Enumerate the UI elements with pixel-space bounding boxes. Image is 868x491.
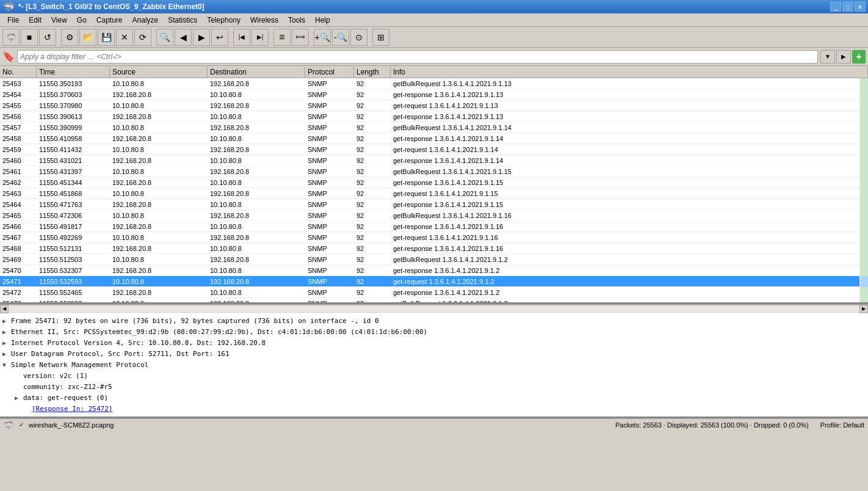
cell-len: 92 <box>354 91 391 98</box>
packet-row[interactable]: 2546911550.51250310.10.80.8192.168.20.8S… <box>0 254 868 265</box>
filter-dropdown-btn[interactable]: ▼ <box>820 50 835 64</box>
cell-time: 11550.451868 <box>37 190 110 197</box>
menu-item-edit[interactable]: Edit <box>24 15 46 26</box>
detail-ip-row[interactable]: ▶ Internet Protocol Version 4, Src: 10.1… <box>2 337 866 348</box>
horiz-scroll-right[interactable]: ▶ <box>859 305 868 313</box>
packet-row[interactable]: 2545711550.39099910.10.80.8192.168.20.8S… <box>0 122 868 133</box>
cell-dest: 10.10.80.8 <box>208 223 305 230</box>
detail-ethernet-row[interactable]: ▶ Ethernet II, Src: PCSSystemtec_99:d2:9… <box>2 326 866 337</box>
col-header-source[interactable]: Source <box>110 67 208 78</box>
filter-add-btn[interactable]: + <box>852 50 866 64</box>
cell-dest: 192.168.20.8 <box>208 190 305 197</box>
packet-row[interactable]: 2545611550.390613192.168.20.810.10.80.8S… <box>0 111 868 122</box>
close-button[interactable]: ✕ <box>855 2 866 12</box>
col-header-len[interactable]: Length <box>354 67 391 78</box>
col-header-info[interactable]: Info <box>391 67 868 78</box>
col-header-dest[interactable]: Destination <box>208 67 305 78</box>
toolbar-zoomin-btn[interactable]: +🔍 <box>314 29 331 46</box>
packet-row[interactable]: 2546411550.471763192.168.20.810.10.80.8S… <box>0 199 868 210</box>
cell-info: get-request 1.3.6.1.4.1.2021.9.1.16 <box>391 234 868 241</box>
cell-source: 10.10.80.8 <box>110 190 208 197</box>
toolbar-zoomnorm-btn[interactable]: ⊙ <box>350 29 367 46</box>
col-header-proto[interactable]: Protocol <box>305 67 354 78</box>
packet-row[interactable]: 2546711550.49226910.10.80.8192.168.20.8S… <box>0 232 868 243</box>
toolbar-prev-btn[interactable]: ◀ <box>175 29 192 46</box>
detail-snmp-row[interactable]: ▼ Simple Network Management Protocol <box>2 359 866 370</box>
minimize-button[interactable]: _ <box>830 2 841 12</box>
toolbar-close-btn[interactable]: ✕ <box>116 29 133 46</box>
toolbar-open-btn[interactable]: 📂 <box>79 29 96 46</box>
toolbar-resize-btn[interactable]: ⊞ <box>372 29 389 46</box>
menu-item-go[interactable]: Go <box>72 15 92 26</box>
packet-row[interactable]: 2546811550.512131192.168.20.810.10.80.8S… <box>0 243 868 254</box>
packet-row[interactable]: 2545311550.35019310.10.80.8192.168.20.8S… <box>0 78 868 89</box>
packet-row[interactable]: 2545911550.41143210.10.80.8192.168.20.8S… <box>0 144 868 155</box>
toolbar-zoomout-btn[interactable]: -🔍 <box>332 29 349 46</box>
menu-item-capture[interactable]: Capture <box>92 15 128 26</box>
filter-input[interactable] <box>17 50 818 64</box>
cell-dest: 10.10.80.8 <box>208 91 305 98</box>
toolbar-save-btn[interactable]: 💾 <box>98 29 115 46</box>
ethernet-expand-icon: ▶ <box>2 329 11 335</box>
cell-source: 10.10.80.8 <box>110 80 208 87</box>
detail-community-row[interactable]: community: zxc-Z12-#r5 <box>2 381 866 392</box>
packet-row[interactable]: 2547111550.53259310.10.80.8192.168.20.8S… <box>0 276 868 287</box>
col-header-no[interactable]: No. <box>0 67 37 78</box>
toolbar-lines-btn[interactable]: ⟺ <box>292 29 309 46</box>
toolbar-first-btn[interactable]: |◀ <box>233 29 250 46</box>
toolbar-reload-btn[interactable]: ⟳ <box>134 29 151 46</box>
cell-len: 92 <box>354 223 391 230</box>
menu-item-file[interactable]: File <box>2 15 24 26</box>
toolbar-last-btn[interactable]: ▶| <box>251 29 269 46</box>
menu-item-help[interactable]: Help <box>310 15 335 26</box>
menu-item-analyze[interactable]: Analyze <box>128 15 164 26</box>
toolbar-wrap-btn[interactable]: ≡ <box>273 29 291 46</box>
cell-proto: SNMP <box>305 245 354 252</box>
toolbar-find-btn[interactable]: 🔍 <box>156 29 173 46</box>
detail-pane[interactable]: ▶ Frame 25471: 92 bytes on wire (736 bit… <box>0 313 868 418</box>
detail-response-row[interactable]: [Response In: 25472] <box>2 403 866 414</box>
packet-row[interactable]: 2546311550.45186810.10.80.8192.168.20.8S… <box>0 188 868 199</box>
cell-proto: SNMP <box>305 267 354 274</box>
menu-item-wireless[interactable]: Wireless <box>245 15 283 26</box>
detail-version-row[interactable]: version: v2c (1) <box>2 370 866 381</box>
packet-row[interactable]: 2545511550.37098010.10.80.8192.168.20.8S… <box>0 100 868 111</box>
maximize-button[interactable]: □ <box>842 2 853 12</box>
menu-item-statistics[interactable]: Statistics <box>163 15 202 26</box>
menu-item-telephony[interactable]: Telephony <box>202 15 245 26</box>
cell-no: 25467 <box>0 234 37 241</box>
detail-udp-row[interactable]: ▶ User Datagram Protocol, Src Port: 5271… <box>2 348 866 359</box>
packet-row[interactable]: 2546611550.491817192.168.20.810.10.80.8S… <box>0 221 868 232</box>
detail-data-row[interactable]: ▶ data: get-request (0) <box>2 392 866 403</box>
cell-info: get-response 1.3.6.1.4.1.2021.9.1.2 <box>391 289 868 296</box>
packet-row[interactable]: 2547311550.55293610.10.80.8192.168.20.8S… <box>0 298 868 304</box>
toolbar-stop-btn[interactable]: ■ <box>21 29 38 46</box>
response-in-link[interactable]: [Response In: 25472] <box>32 405 112 413</box>
packet-row[interactable]: 2546111550.43139710.10.80.8192.168.20.8S… <box>0 166 868 177</box>
cell-source: 192.168.20.8 <box>110 91 208 98</box>
packet-row[interactable]: 2547211550.552465192.168.20.810.10.80.8S… <box>0 287 868 298</box>
packet-row[interactable]: 2546511550.47230610.10.80.8192.168.20.8S… <box>0 210 868 221</box>
cell-info: getBulkRequest 1.3.6.1.4.1.2021.9.1.15 <box>391 168 868 175</box>
packet-row[interactable]: 2545811550.410958192.168.20.810.10.80.8S… <box>0 133 868 144</box>
cell-source: 192.168.20.8 <box>110 201 208 208</box>
cell-time: 11550.431021 <box>37 157 110 164</box>
packet-row[interactable]: 2545411550.370603192.168.20.810.10.80.8S… <box>0 89 868 100</box>
detail-frame-row[interactable]: ▶ Frame 25471: 92 bytes on wire (736 bit… <box>2 315 866 326</box>
packet-row[interactable]: 2547011550.532307192.168.20.810.10.80.8S… <box>0 265 868 276</box>
toolbar-settings-btn[interactable]: ⚙ <box>61 29 78 46</box>
filter-expand-btn[interactable]: ▶ <box>836 50 851 64</box>
menu-item-tools[interactable]: Tools <box>283 15 310 26</box>
horiz-scroll-left[interactable]: ◀ <box>0 305 9 313</box>
toolbar-return-btn[interactable]: ↩ <box>211 29 228 46</box>
menu-item-view[interactable]: View <box>46 15 72 26</box>
toolbar-shark-btn[interactable]: 🦈 <box>2 29 20 46</box>
cell-info: get-response 1.3.6.1.4.1.2021.9.1.14 <box>391 135 868 142</box>
toolbar-restart-btn[interactable]: ↺ <box>39 29 56 46</box>
packet-row[interactable]: 2546211550.451344192.168.20.810.10.80.8S… <box>0 177 868 188</box>
packet-row[interactable]: 2546011550.431021192.168.20.810.10.80.8S… <box>0 155 868 166</box>
cell-no: 25471 <box>0 278 37 285</box>
packet-list[interactable]: 2545311550.35019310.10.80.8192.168.20.8S… <box>0 78 868 304</box>
toolbar-next-btn[interactable]: ▶ <box>193 29 210 46</box>
col-header-time[interactable]: Time <box>37 67 110 78</box>
